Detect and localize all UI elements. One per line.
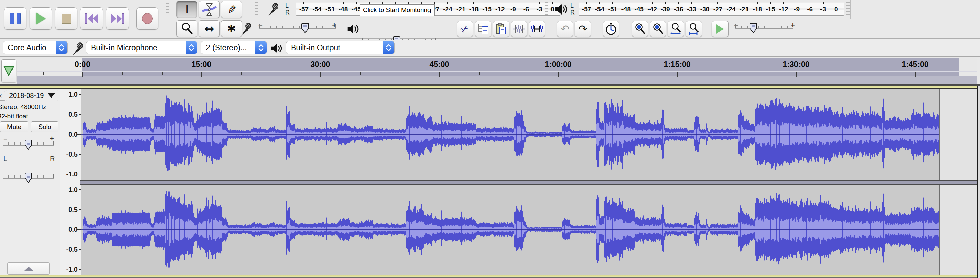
play-icon — [36, 13, 46, 24]
meter-scale-tick — [317, 2, 317, 5]
play-button[interactable] — [30, 8, 52, 30]
record-meter-left-label: L — [285, 2, 290, 9]
pan-thumb[interactable] — [25, 173, 32, 183]
amplitude-scale-label: -1.0 — [66, 265, 78, 273]
gain-slider[interactable] — [3, 139, 54, 152]
timer-record-button[interactable] — [603, 21, 619, 37]
pause-button[interactable] — [4, 8, 26, 30]
undo-button[interactable]: ↶ — [557, 21, 573, 37]
meter-scale-tick — [757, 2, 758, 5]
record-button[interactable] — [136, 8, 159, 30]
amplitude-scale-label: -0.5 — [66, 246, 78, 253]
playback-meter-toolbar: L R -57-54-51-48-45-42-39-36-33-30-27-24… — [543, 0, 851, 19]
meter-scale-number: -51 — [608, 6, 617, 13]
zoom-tool-button[interactable] — [177, 20, 197, 37]
vertical-scale-ruler-left-channel[interactable]: 1.00.50.0-0.5-1.0 — [60, 89, 81, 180]
silence-icon — [530, 23, 544, 35]
meter-scale-tick — [487, 2, 487, 5]
timeline-tick — [757, 72, 757, 75]
timeline-tick — [519, 72, 519, 75]
waveform-right-channel[interactable] — [81, 185, 977, 276]
zoom-in-button[interactable] — [632, 21, 648, 37]
meter-scale-tick — [356, 2, 356, 5]
fit-selection-button[interactable] — [668, 21, 684, 37]
solo-button[interactable]: Solo — [31, 122, 59, 132]
selection-tool-button[interactable]: I — [177, 1, 197, 18]
skip-to-start-button[interactable] — [80, 8, 103, 30]
track-info-line2: 32-bit float — [0, 113, 28, 120]
gain-thumb[interactable] — [25, 140, 32, 150]
track-name: 2018-08-19 — [6, 92, 48, 100]
paste-button[interactable] — [493, 21, 509, 37]
skip-to-end-button[interactable] — [106, 8, 129, 30]
record-volume-thumb[interactable] — [301, 23, 309, 33]
output-device-value: Built-in Output — [286, 43, 383, 52]
meter-scale-number: -18 — [469, 6, 479, 13]
timeline-scrub-zone[interactable] — [83, 58, 959, 76]
meter-scale-number: -24 — [443, 6, 452, 13]
redo-button[interactable]: ↷ — [575, 21, 591, 37]
input-device-microphone-icon — [71, 42, 84, 55]
audio-host-select[interactable]: Core Audio — [3, 41, 68, 54]
waveform-left-channel[interactable] — [81, 89, 977, 181]
meter-scale-tick — [770, 2, 771, 5]
envelope-tool-button[interactable] — [199, 1, 220, 18]
timeline-tick — [955, 72, 955, 75]
playback-meter[interactable]: -57-54-51-48-45-42-39-36-33-30-27-24-21-… — [579, 2, 844, 17]
meter-scale-tick — [586, 2, 587, 5]
fit-project-icon — [687, 23, 700, 35]
play-at-speed-button[interactable] — [712, 21, 729, 37]
stop-button[interactable] — [55, 8, 77, 30]
output-device-select[interactable]: Built-in Output — [286, 41, 395, 54]
cut-button[interactable]: ✂ — [457, 21, 473, 37]
meter-scale-tick — [744, 2, 745, 5]
zoom-out-button[interactable] — [650, 21, 666, 37]
pan-slider[interactable] — [3, 172, 54, 185]
timeline-tick — [122, 72, 123, 75]
monitoring-tooltip[interactable]: Click to Start Monitoring — [360, 4, 434, 16]
meter-scale-number: -51 — [325, 6, 334, 13]
timeline-tick — [479, 72, 479, 75]
copy-button[interactable] — [475, 21, 492, 37]
pinned-play-head-button[interactable] — [2, 59, 16, 82]
time-shift-tool-button[interactable]: ↔ — [199, 20, 220, 37]
mute-button[interactable]: Mute — [0, 122, 29, 132]
magnifier-icon — [180, 22, 194, 35]
timeline-tick — [677, 72, 678, 77]
meter-scale-tick — [343, 2, 344, 5]
microphone-icon — [266, 3, 280, 16]
zoom-toolbar-grip[interactable] — [706, 22, 709, 36]
fit-project-button[interactable] — [686, 21, 702, 37]
draw-tool-button[interactable]: ✎ — [221, 1, 242, 18]
transport-toolbar-grip[interactable] — [165, 3, 169, 36]
record-volume-slider[interactable] — [259, 22, 336, 36]
playback-meter-right-bar — [579, 10, 844, 16]
recording-meter-grip[interactable] — [255, 2, 258, 17]
input-channels-select[interactable]: 2 (Stereo)... — [201, 41, 267, 54]
paste-icon — [495, 23, 508, 35]
playback-meter-end-grip[interactable] — [846, 2, 850, 17]
track-collapse-button[interactable] — [8, 262, 50, 275]
timeline-label: 15:00 — [192, 60, 212, 69]
amplitude-scale-label: -0.5 — [66, 150, 78, 158]
track-control-panel[interactable]: × 2018-08-19 Stereo, 48000Hz 32-bit floa… — [0, 89, 60, 275]
edit-toolbar-grip[interactable] — [450, 22, 453, 36]
track-close-button[interactable]: × — [0, 91, 5, 101]
stop-icon — [62, 14, 71, 24]
timeline-tick — [320, 72, 321, 77]
left-right-arrow-icon: ↔ — [204, 23, 214, 35]
trim-audio-button[interactable] — [511, 21, 527, 37]
track-title-bar[interactable]: 2018-08-19 — [6, 90, 58, 101]
track-menu-dropdown-icon[interactable] — [48, 93, 55, 98]
silence-audio-button[interactable] — [529, 21, 545, 37]
vertical-scale-ruler-right-channel[interactable]: 1.00.50.0-0.5-1.0 — [60, 185, 81, 275]
trim-icon — [512, 23, 526, 35]
meter-scale-tick — [665, 2, 666, 5]
meter-scale-number: -9 — [794, 6, 800, 13]
device-toolbar: Core Audio Built-in Microphone 2 (Stereo… — [0, 40, 980, 57]
play-speed-thumb[interactable] — [749, 23, 757, 33]
play-speed-slider[interactable] — [735, 22, 794, 36]
playback-meter-grip[interactable] — [545, 2, 548, 17]
input-device-select[interactable]: Built-in Microphone — [86, 41, 197, 54]
meter-scale-tick — [691, 2, 692, 5]
